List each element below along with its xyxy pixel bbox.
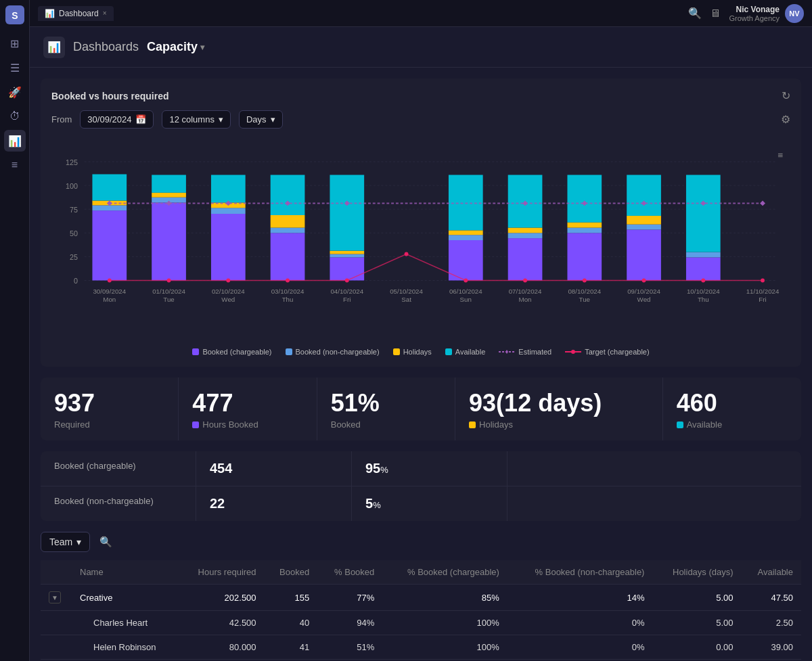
svg-text:09/10/2024: 09/10/2024 — [627, 288, 660, 295]
stat-required: 937 Required — [41, 378, 179, 440]
svg-rect-21 — [152, 175, 186, 193]
stat-holidays-value: 93(12 days) — [469, 391, 649, 415]
days-filter[interactable]: Days ▾ — [239, 110, 283, 129]
monitor-icon[interactable]: 🖥 — [710, 7, 721, 20]
table-row: Charles Heart 42.500 40 94% 100% 0% 5.00… — [41, 611, 801, 635]
sidebar-item-chart[interactable]: 📊 — [4, 130, 26, 152]
row-booked: 155 — [265, 585, 318, 611]
breadcrumb: Dashboards — [73, 40, 139, 54]
svg-rect-28 — [271, 215, 305, 228]
svg-point-67 — [286, 279, 290, 283]
svg-point-72 — [583, 279, 587, 283]
svg-rect-22 — [211, 214, 246, 280]
svg-text:Sun: Sun — [460, 296, 472, 303]
svg-text:≡: ≡ — [777, 150, 783, 160]
svg-text:50: 50 — [70, 229, 78, 237]
legend-dot-booked-non — [286, 348, 292, 355]
col-pct-non: % Booked (non-chargeable) — [508, 560, 653, 585]
svg-rect-39 — [508, 233, 543, 238]
svg-point-66 — [226, 279, 230, 283]
col-expand — [41, 560, 72, 585]
svg-text:04/10/2024: 04/10/2024 — [330, 288, 363, 295]
svg-rect-32 — [330, 251, 364, 254]
app-logo[interactable]: S — [5, 5, 24, 24]
dashboard-tab[interactable]: 📊 Dashboard × — [38, 6, 114, 21]
page-title-dropdown[interactable]: Capacity ▾ — [147, 40, 204, 54]
user-name: Nic Vonage — [729, 5, 780, 14]
stat-available-dot — [677, 421, 683, 428]
row-available: 2.50 — [742, 611, 801, 635]
date-filter[interactable]: 30/09/2024 📅 — [80, 110, 154, 129]
row-booked: 40 — [265, 611, 318, 635]
col-available: Available — [742, 560, 801, 585]
topbar-right: 🔍 🖥 Nic Vonage Growth Agency NV — [688, 4, 804, 23]
legend-label: Holidays — [403, 348, 432, 356]
svg-rect-49 — [627, 175, 661, 216]
team-search-button[interactable]: 🔍 — [95, 532, 116, 552]
refresh-icon[interactable]: ↻ — [782, 89, 790, 102]
svg-rect-50 — [686, 257, 721, 280]
date-value: 30/09/2024 — [87, 114, 131, 124]
svg-rect-30 — [330, 257, 364, 280]
col-holidays: Holidays (days) — [652, 560, 741, 585]
row-expand[interactable]: ▼ — [41, 585, 72, 611]
sidebar-item-rocket[interactable]: 🚀 — [4, 81, 26, 103]
legend-label: Booked (chargeable) — [202, 348, 271, 356]
svg-point-104 — [571, 350, 575, 354]
svg-point-70 — [464, 279, 468, 283]
svg-rect-14 — [92, 210, 127, 280]
page-title-dropdown-icon: ▾ — [200, 43, 204, 52]
chart-settings-icon[interactable]: ⚙ — [781, 113, 790, 126]
row-hours-req: 202.500 — [179, 585, 265, 611]
row-name: Creative — [72, 585, 179, 611]
svg-text:Thu: Thu — [698, 296, 709, 303]
row-holidays: 5.00 — [652, 611, 741, 635]
row-expand — [41, 635, 72, 660]
legend-dot-holidays — [393, 348, 400, 355]
tab-close-icon[interactable]: × — [103, 9, 107, 17]
days-label: Days — [246, 114, 267, 124]
table-row: ▼ Creative 202.500 155 77% 85% 14% 5.00 … — [41, 585, 801, 611]
search-icon[interactable]: 🔍 — [688, 7, 702, 20]
team-label: Team — [49, 537, 72, 547]
svg-text:Sat: Sat — [401, 296, 411, 303]
calendar-icon: 📅 — [135, 114, 146, 124]
sidebar-item-grid[interactable]: ⊞ — [4, 32, 26, 54]
svg-marker-102 — [505, 350, 508, 354]
sidebar-item-list[interactable]: ☰ — [4, 57, 26, 78]
legend-label: Target (chargeable) — [585, 348, 649, 356]
sub-empty-chargeable — [508, 451, 801, 486]
svg-text:07/10/2024: 07/10/2024 — [509, 288, 542, 295]
legend-label: Estimated — [518, 348, 551, 356]
columns-filter[interactable]: 12 columns ▾ — [162, 110, 230, 129]
legend-available: Available — [445, 348, 485, 356]
row-available: 39.00 — [742, 635, 801, 660]
sidebar-item-timer[interactable]: ⏱ — [4, 106, 26, 127]
svg-rect-38 — [508, 238, 543, 280]
legend-line-estimated — [499, 348, 515, 356]
svg-rect-31 — [330, 254, 364, 258]
row-pct-booked: 77% — [317, 585, 382, 611]
from-label: From — [51, 114, 72, 124]
row-expand — [41, 611, 72, 635]
page-header: 📊 Dashboards Capacity ▾ — [30, 27, 812, 68]
sidebar-item-menu[interactable]: ≡ — [4, 154, 26, 176]
svg-rect-18 — [152, 202, 186, 280]
team-select[interactable]: Team ▾ — [41, 532, 90, 552]
svg-rect-51 — [686, 252, 721, 258]
topbar-left: 📊 Dashboard × — [38, 6, 114, 21]
legend-booked-chargeable: Booked (chargeable) — [192, 348, 271, 356]
svg-text:Mon: Mon — [103, 296, 116, 303]
sub-stats: Booked (chargeable) 454 95% Booked (non-… — [41, 451, 801, 521]
legend-label: Available — [455, 348, 485, 356]
svg-rect-33 — [330, 175, 364, 251]
legend-label: Booked (non-chargeable) — [296, 348, 380, 356]
chart-legend: Booked (chargeable) Booked (non-chargeab… — [51, 348, 790, 356]
sub-value-non: 22 — [196, 486, 352, 521]
svg-text:01/10/2024: 01/10/2024 — [152, 288, 185, 295]
svg-rect-34 — [449, 240, 483, 280]
svg-text:10/10/2024: 10/10/2024 — [687, 288, 720, 295]
columns-label: 12 columns — [169, 114, 214, 124]
legend-line-target — [565, 348, 581, 356]
svg-rect-25 — [211, 175, 246, 203]
